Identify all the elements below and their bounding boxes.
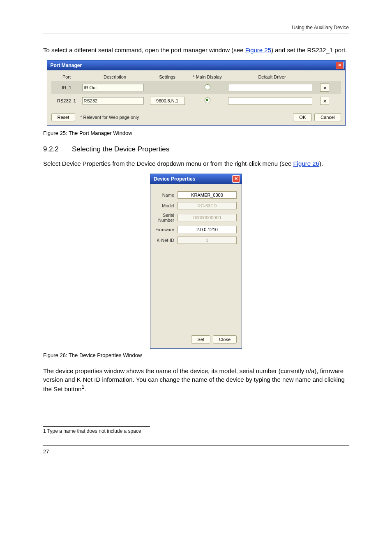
remove-row-button[interactable]: ✕ — [320, 84, 329, 92]
port-manager-window: Port Manager ✕ Port Description Settings… — [47, 60, 346, 126]
footnote-divider — [43, 426, 150, 427]
row-port-label: IR_1 — [51, 85, 82, 90]
name-input[interactable] — [178, 191, 237, 199]
firmware-label: Firmware — [155, 227, 178, 232]
web-page-note: * Relevant for Web page only — [80, 115, 139, 120]
col-default-driver: Default Driver — [228, 74, 316, 79]
port-manager-row-ir: IR_1 ✕ — [51, 81, 341, 94]
close-button[interactable]: Close — [213, 335, 237, 343]
knet-label: K-Net-ID — [155, 238, 178, 243]
col-main-display: * Main Display — [187, 74, 228, 79]
page-header: Using the Auxiliary Device — [43, 25, 349, 30]
intro-paragraph: To select a different serial command, op… — [43, 46, 349, 54]
name-label: Name — [155, 193, 178, 197]
default-driver-select[interactable] — [228, 97, 312, 104]
dp-intro-1: Select Device Properties from the Device… — [43, 160, 293, 167]
figure-26-caption: Figure 26: The Device Properties Window — [43, 352, 349, 358]
footnote-1: 1 Type a name that does not include a sp… — [43, 428, 349, 434]
figure-25-caption: Figure 25: The Port Manager Window — [43, 130, 349, 136]
close-icon[interactable]: ✕ — [232, 175, 240, 183]
device-properties-window: Device Properties ✕ Name Model Serial Nu… — [150, 174, 242, 349]
port-manager-title: Port Manager — [51, 63, 82, 68]
close-icon[interactable]: ✕ — [336, 62, 344, 69]
row-description-input[interactable] — [82, 84, 144, 91]
page-number: 27 — [43, 448, 349, 455]
section-title: Selecting the Device Properties — [72, 145, 169, 153]
default-driver-select[interactable] — [228, 84, 312, 91]
cancel-button[interactable]: Cancel — [314, 113, 341, 121]
dp-desc-tail: . — [84, 385, 86, 392]
device-properties-titlebar: Device Properties ✕ — [150, 174, 242, 184]
set-button[interactable]: Set — [191, 335, 210, 343]
dp-intro-2: ). — [319, 160, 323, 167]
device-properties-intro: Select Device Properties from the Device… — [43, 159, 349, 168]
col-description: Description — [82, 74, 148, 79]
device-properties-title: Device Properties — [154, 176, 195, 182]
port-manager-titlebar: Port Manager ✕ — [47, 60, 345, 70]
ok-button[interactable]: OK — [293, 113, 312, 121]
section-heading-device-properties: 9.2.2Selecting the Device Properties — [43, 145, 349, 153]
figure-link-25[interactable]: Figure 25 — [245, 46, 271, 53]
port-manager-row-rs232: RS232_1 9600,8,N,1 ✕ — [51, 94, 341, 107]
intro-text-2: ) and set the RS232_1 port. — [271, 46, 347, 53]
settings-button[interactable]: 9600,8,N,1 — [150, 97, 185, 105]
bottom-divider — [43, 446, 349, 446]
section-number: 9.2.2 — [43, 145, 72, 153]
row-port-label: RS232_1 — [51, 98, 82, 103]
firmware-input[interactable] — [178, 226, 237, 233]
row-description-input[interactable] — [82, 97, 144, 104]
remove-row-button[interactable]: ✕ — [320, 97, 329, 105]
serial-input — [178, 214, 237, 221]
model-input — [178, 202, 237, 209]
reset-button[interactable]: Reset — [51, 113, 76, 121]
knet-input — [178, 237, 237, 244]
intro-text-1: To select a different serial command, op… — [43, 46, 245, 53]
col-port: Port — [51, 74, 82, 79]
main-display-radio-rs232[interactable] — [205, 97, 210, 103]
header-divider — [43, 33, 349, 33]
dp-desc-text: The device properties window shows the n… — [43, 367, 345, 392]
figure-link-26[interactable]: Figure 26 — [293, 160, 319, 167]
device-properties-description: The device properties window shows the n… — [43, 367, 349, 393]
model-label: Model — [155, 203, 178, 208]
serial-label: Serial Number — [155, 213, 178, 223]
port-manager-headers: Port Description Settings * Main Display… — [51, 73, 341, 81]
main-display-radio-ir[interactable] — [205, 84, 210, 90]
col-settings: Settings — [148, 74, 187, 79]
